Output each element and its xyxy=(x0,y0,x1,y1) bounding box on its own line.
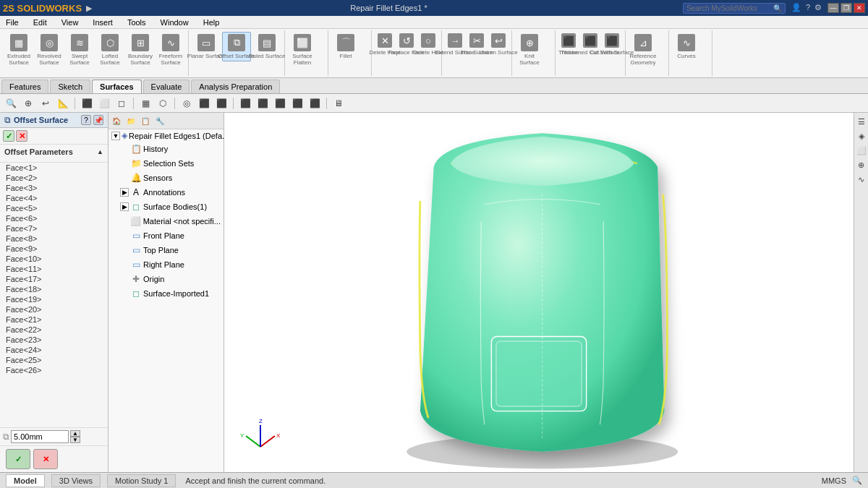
offset-surface-button[interactable]: ⧉ Offset Surface xyxy=(222,32,251,61)
face-item[interactable]: Face<5> xyxy=(0,203,108,213)
panel-question-button[interactable]: ? xyxy=(81,115,91,125)
status-tab-model[interactable]: Model xyxy=(6,474,45,487)
viewport[interactable]: X Y Z xyxy=(224,113,854,472)
view-section-button[interactable]: ▦ xyxy=(137,96,153,111)
search-input[interactable] xyxy=(686,4,773,12)
view-hide-button[interactable]: ⬛ xyxy=(237,96,253,111)
menu-window[interactable]: Window xyxy=(158,17,192,27)
offset-value-input[interactable] xyxy=(11,430,69,443)
right-icon-3[interactable]: ⬜ xyxy=(856,145,867,156)
tree-item[interactable]: 🔔Sensors xyxy=(109,171,224,185)
face-item[interactable]: Face<4> xyxy=(0,193,108,203)
face-item[interactable]: Face<8> xyxy=(0,234,108,244)
help-icon[interactable]: ? xyxy=(806,3,810,14)
ruled-surface-button[interactable]: ▤ Ruled Surface xyxy=(252,32,281,61)
face-item[interactable]: Face<17> xyxy=(0,274,108,284)
boundary-surface-button[interactable]: ⊞ BoundarySurface xyxy=(126,32,155,68)
user-icon[interactable]: 👤 xyxy=(791,3,801,14)
tree-item[interactable]: 📋History xyxy=(109,142,224,156)
face-item[interactable]: Face<25> xyxy=(0,355,108,365)
tree-icon-2[interactable]: 📁 xyxy=(124,114,137,127)
view-zoom-button[interactable]: 🔍 xyxy=(3,96,19,111)
face-item[interactable]: Face<18> xyxy=(0,284,108,294)
view-shaded-button[interactable]: ⬜ xyxy=(96,96,112,111)
fillet-button[interactable]: ⌒ Fillet xyxy=(331,32,360,61)
view-edit-button[interactable]: ⬛ xyxy=(255,96,271,111)
view-wireframe-button[interactable]: ⬛ xyxy=(79,96,95,111)
untrim-surface-button[interactable]: ↩ Untrim Surface xyxy=(488,32,509,57)
tree-item[interactable]: ▶AAnnotations xyxy=(109,185,224,200)
right-icon-1[interactable]: ☰ xyxy=(856,116,867,127)
menu-insert[interactable]: Insert xyxy=(90,17,116,27)
view-display-button[interactable]: ⬛ xyxy=(213,96,229,111)
tree-expand-btn[interactable]: ▶ xyxy=(120,202,129,211)
face-item[interactable]: Face<19> xyxy=(0,294,108,304)
ok-big-button[interactable]: ✓ xyxy=(6,449,30,469)
menu-view[interactable]: View xyxy=(59,17,82,27)
view-zoom-in-button[interactable]: ⊕ xyxy=(20,96,36,111)
face-item[interactable]: Face<24> xyxy=(0,345,108,355)
panel-pin-button[interactable]: 📌 xyxy=(93,115,103,125)
face-item[interactable]: Face<10> xyxy=(0,254,108,264)
face-item[interactable]: Face<2> xyxy=(0,173,108,183)
face-item[interactable]: Face<21> xyxy=(0,314,108,325)
status-tab-3dviews[interactable]: 3D Views xyxy=(51,474,101,487)
tree-root[interactable]: ▼ ◈ Repair Fillet Edges1 (Defa... xyxy=(109,129,224,142)
tree-item[interactable]: ✚Origin xyxy=(109,272,224,286)
tab-sketch[interactable]: Sketch xyxy=(50,80,90,93)
tab-evaluate[interactable]: Evaluate xyxy=(143,80,190,93)
tree-item[interactable]: ▭Front Plane xyxy=(109,228,224,243)
view-orient-button[interactable]: ◎ xyxy=(179,96,195,111)
face-item[interactable]: Face<11> xyxy=(0,264,108,274)
swept-surface-button[interactable]: ≋ SweptSurface xyxy=(65,32,94,68)
cancel-button[interactable]: ✕ xyxy=(16,130,27,142)
offset-spin-up[interactable]: ▲ xyxy=(70,430,80,437)
tree-item[interactable]: ◻Surface-Imported1 xyxy=(109,286,224,301)
right-icon-2[interactable]: ◈ xyxy=(856,130,867,142)
surface-flatten-button[interactable]: ⬜ SurfaceFlatten xyxy=(288,32,317,68)
face-list-scroll[interactable]: Face<1>Face<2>Face<3>Face<4>Face<5>Face<… xyxy=(0,163,108,427)
tree-expand-btn[interactable]: ▶ xyxy=(120,188,129,197)
close-button[interactable]: ✕ xyxy=(854,3,865,13)
options-icon[interactable]: ⚙ xyxy=(814,3,822,14)
status-zoom-icon[interactable]: 🔍 xyxy=(852,476,862,485)
menu-tools[interactable]: Tools xyxy=(124,17,149,27)
tree-icon-3[interactable]: 📋 xyxy=(139,114,152,127)
tree-item[interactable]: 📁Selection Sets xyxy=(109,156,224,171)
menu-edit[interactable]: Edit xyxy=(30,17,50,27)
face-item[interactable]: Face<23> xyxy=(0,335,108,345)
cancel-big-button[interactable]: ✕ xyxy=(33,449,58,469)
tab-features[interactable]: Features xyxy=(1,80,48,93)
tab-analysis[interactable]: Analysis Preparation xyxy=(191,80,280,93)
view-3d-button[interactable]: ⬛ xyxy=(196,96,212,111)
tree-item[interactable]: ▶◻Surface Bodies(1) xyxy=(109,200,224,214)
reference-geometry-button[interactable]: ⊿ ReferenceGeometry xyxy=(629,32,658,68)
right-icon-5[interactable]: ∿ xyxy=(856,174,867,185)
face-item[interactable]: Face<7> xyxy=(0,223,108,234)
face-item[interactable]: Face<1> xyxy=(0,163,108,173)
view-monitor-button[interactable]: 🖥 xyxy=(331,96,346,111)
tree-item[interactable]: ▭Right Plane xyxy=(109,257,224,272)
lofted-surface-button[interactable]: ⬡ LoftedSurface xyxy=(95,32,124,68)
knit-surface-button[interactable]: ⊕ KnitSurface xyxy=(515,32,544,68)
toolbar-overflow[interactable]: ▶ xyxy=(86,4,92,13)
accept-button[interactable]: ✓ xyxy=(3,130,14,142)
tab-surfaces[interactable]: Surfaces xyxy=(92,80,141,93)
tree-item[interactable]: ⬜Material <not specifi... xyxy=(109,214,224,228)
right-icon-4[interactable]: ⊕ xyxy=(856,159,867,171)
minimize-button[interactable]: — xyxy=(827,3,839,13)
tree-item[interactable]: ▭Top Plane xyxy=(109,243,224,257)
face-item[interactable]: Face<26> xyxy=(0,365,108,375)
freeform-surface-button[interactable]: ∿ FreeformSurface xyxy=(156,32,185,68)
tree-root-expand[interactable]: ▼ xyxy=(111,132,120,140)
tree-icon-4[interactable]: 🔧 xyxy=(153,114,166,127)
view-lights-button[interactable]: ⬛ xyxy=(272,96,288,111)
offset-spin-down[interactable]: ▼ xyxy=(70,437,80,443)
revolved-surface-button[interactable]: ◎ RevolvedSurface xyxy=(35,32,64,68)
section-header[interactable]: Offset Parameters ▲ xyxy=(4,147,103,156)
extruded-surface-button[interactable]: ▦ ExtrudedSurface xyxy=(4,32,33,68)
search-box[interactable]: 🔍 xyxy=(683,3,786,14)
status-tab-motion[interactable]: Motion Study 1 xyxy=(107,474,176,487)
planar-surface-button[interactable]: ▭ Planar Surface xyxy=(192,32,221,61)
menu-help[interactable]: Help xyxy=(200,17,223,27)
